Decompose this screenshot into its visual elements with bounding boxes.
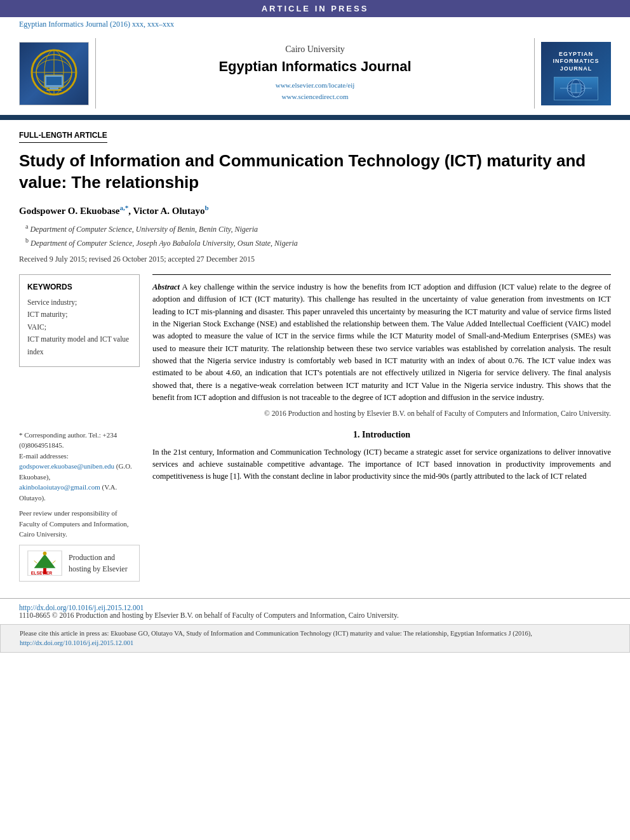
- copyright-line: © 2016 Production and hosting by Elsevie…: [152, 410, 611, 417]
- keywords-list: Service industry; ICT maturity; VAIC; IC…: [27, 297, 131, 359]
- email-link-2[interactable]: akinbolaoiutayo@gmail.com: [19, 483, 100, 491]
- elsevier-logo: ELSEVIER: [27, 550, 62, 576]
- article-in-press-banner: ARTICLE IN PRESS: [0, 0, 630, 17]
- svg-text:ELSEVIER: ELSEVIER: [31, 571, 52, 575]
- journal-name-header: Egyptian Informatics Journal: [109, 58, 521, 75]
- elsevier-text: Production and hosting by Elsevier: [69, 552, 131, 575]
- keyword-2: ICT maturity;: [27, 309, 131, 321]
- doi-footer: http://dx.doi.org/10.1016/j.eij.2015.12.…: [0, 598, 630, 624]
- bottom-section: * Corresponding author. Tel.: +234 (0)80…: [19, 430, 611, 582]
- main-content: FULL-LENGTH ARTICLE Study of Information…: [0, 120, 630, 591]
- journal-reference: Egyptian Informatics Journal (2016) xxx,…: [0, 17, 630, 32]
- eij-logo: EGYPTIAN Informatics JOURNAL: [541, 42, 611, 105]
- authors: Godspower O. Ekuobasea,*, Victor A. Olut…: [19, 204, 611, 217]
- author-2-sup: b: [204, 204, 208, 211]
- citation-notice: Please cite this article in press as: Ek…: [0, 624, 630, 653]
- affiliation-1: a Department of Computer Science, Univer…: [19, 223, 611, 234]
- keyword-1: Service industry;: [27, 297, 131, 309]
- journal-header-center: Cairo University Egyptian Informatics Jo…: [95, 38, 535, 109]
- author-2: , Victor A. Olutayo: [128, 206, 204, 216]
- introduction-section: 1. Introduction In the 21st century, Inf…: [152, 430, 611, 483]
- abstract-column: Abstract A key challenge within the serv…: [152, 274, 611, 417]
- svg-rect-8: [50, 88, 58, 90]
- footnote-column: * Corresponding author. Tel.: +234 (0)80…: [19, 430, 140, 582]
- journal-header: Cairo University Egyptian Informatics Jo…: [0, 32, 630, 117]
- issn-line: 1110-8665 © 2016 Production and hosting …: [19, 611, 611, 619]
- svg-rect-7: [46, 77, 62, 85]
- received-dates: Received 9 July 2015; revised 26 October…: [19, 255, 611, 264]
- citation-doi-link[interactable]: http://dx.doi.org/10.1016/j.eij.2015.12.…: [20, 639, 133, 646]
- affiliation-2: b Department of Computer Science, Joseph…: [19, 237, 611, 248]
- abstract-section: Abstract A key challenge within the serv…: [152, 274, 611, 417]
- author-1-sup: a,*: [120, 204, 129, 211]
- svg-point-21: [43, 551, 47, 555]
- svg-rect-9: [46, 90, 62, 91]
- keywords-column: KEYWORDS Service industry; ICT maturity;…: [19, 274, 140, 417]
- keywords-abstract-section: KEYWORDS Service industry; ICT maturity;…: [19, 274, 611, 417]
- keywords-box: KEYWORDS Service industry; ICT maturity;…: [19, 274, 140, 367]
- keywords-title: KEYWORDS: [27, 283, 131, 291]
- keyword-3: VAIC;: [27, 321, 131, 334]
- corresponding-text: * Corresponding author. Tel.: +234 (0)80…: [19, 430, 140, 503]
- cairo-university-logo: [19, 42, 89, 105]
- citation-text: Please cite this article in press as: Ek…: [20, 630, 532, 637]
- article-type: FULL-LENGTH ARTICLE: [19, 131, 107, 143]
- journal-links: www.elsevier.com/locate/eij www.scienced…: [109, 80, 521, 102]
- journal-link-2[interactable]: www.sciencedirect.com: [109, 91, 521, 103]
- abstract-text: Abstract A key challenge within the serv…: [152, 281, 611, 404]
- keyword-4: ICT maturity model and ICT value index: [27, 333, 131, 358]
- doi-link[interactable]: http://dx.doi.org/10.1016/j.eij.2015.12.…: [19, 604, 611, 611]
- introduction-title: 1. Introduction: [152, 430, 611, 440]
- university-name: Cairo University: [109, 44, 521, 55]
- abstract-label: Abstract: [152, 283, 180, 291]
- svg-rect-10: [573, 47, 579, 48]
- author-1-name: Godspower O. Ekuobase: [19, 206, 120, 216]
- email-link-1[interactable]: godspower.ekuobase@uniben.edu: [19, 462, 114, 470]
- abstract-body: A key challenge within the service indus…: [152, 283, 611, 402]
- introduction-text: In the 21st century, Information and Com…: [152, 446, 611, 483]
- peer-review-text: Peer review under responsibility of Facu…: [19, 508, 140, 540]
- eij-logo-text: EGYPTIAN Informatics JOURNAL: [553, 51, 600, 73]
- introduction-column: 1. Introduction In the 21st century, Inf…: [152, 430, 611, 582]
- journal-link-1[interactable]: www.elsevier.com/locate/eij: [109, 80, 521, 91]
- elsevier-logo-box: ELSEVIER Production and hosting by Elsev…: [19, 545, 140, 582]
- article-title: Study of Information and Communication T…: [19, 150, 611, 194]
